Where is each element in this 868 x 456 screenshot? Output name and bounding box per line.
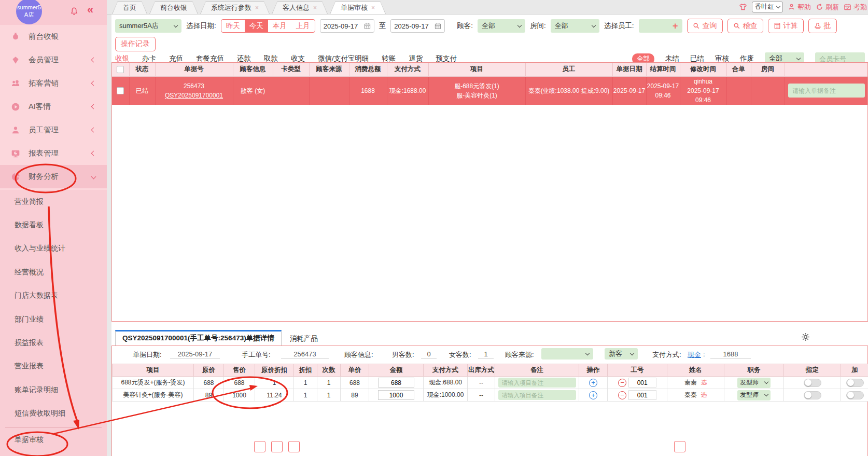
manual-no-label: 手工单号: <box>242 350 271 360</box>
calendar-icon[interactable] <box>435 23 441 30</box>
quick-this-month[interactable]: 本月 <box>268 20 291 32</box>
tab-order-detail[interactable]: QSY2025091700001(手工单号:256473)单据详情 <box>115 330 282 346</box>
close-icon[interactable]: × <box>255 5 259 11</box>
remove-employee-icon[interactable]: − <box>618 391 626 399</box>
calculate-button[interactable]: 计算 <box>768 19 804 33</box>
date-to-value[interactable] <box>394 22 431 30</box>
customer-source-select[interactable] <box>541 348 593 360</box>
guest-type-select[interactable]: 新客 <box>605 348 638 360</box>
submenu-data-board[interactable]: 数据看板 <box>0 213 107 237</box>
assigned-toggle[interactable] <box>804 391 821 399</box>
sidebar-item-members[interactable]: 会员管理 <box>0 48 107 72</box>
submenu-department-performance[interactable]: 部门业绩 <box>0 308 107 331</box>
orders-table-container: 状态 单据号 顾客信息 卡类型 顾客来源 消费总额 支付方式 项目 员工 单据日… <box>111 62 868 322</box>
theme-shirt-icon[interactable] <box>739 3 747 11</box>
item-amount-input[interactable] <box>378 390 414 400</box>
add-row-icon[interactable]: + <box>589 379 597 387</box>
bottom-action-button[interactable] <box>674 441 685 452</box>
submenu-order-audit[interactable]: 单据审核 <box>0 428 107 451</box>
tab-home[interactable]: 首页 <box>112 1 147 14</box>
assigned-toggle[interactable] <box>804 379 821 387</box>
item-name: 美容针灸+(服务-美容) <box>113 389 194 402</box>
chevron-down-icon <box>592 23 596 27</box>
remove-employee-icon[interactable]: − <box>618 379 626 387</box>
query-button[interactable]: 查询 <box>687 19 723 33</box>
moneybag-icon <box>11 32 20 42</box>
refresh-button[interactable]: 刷新 <box>816 3 839 12</box>
sidebar-item-finance-analysis[interactable]: 财务分析 <box>0 165 107 188</box>
batch-button[interactable]: 批 <box>808 19 837 33</box>
store-avatar[interactable]: summer5A店 <box>16 0 42 24</box>
customer-select[interactable]: 全部 <box>478 19 525 33</box>
operation-record-button[interactable]: 操作记录 <box>115 37 156 51</box>
tab-order-audit[interactable]: 单据审核× <box>330 1 386 14</box>
sidebar-item-staff[interactable]: 员工管理 <box>0 118 107 142</box>
submenu-business-report[interactable]: 营业报表 <box>0 355 107 378</box>
extra-toggle[interactable] <box>846 391 864 399</box>
add-employee-icon[interactable]: + <box>673 21 678 32</box>
store-select[interactable]: summer5A店 <box>115 19 181 33</box>
item-amount-input[interactable] <box>378 378 414 388</box>
select-all-checkbox[interactable] <box>117 66 124 73</box>
pay-method-link[interactable]: 现金 <box>688 350 701 360</box>
chevron-down-icon <box>764 380 768 384</box>
sidebar-collapse-icon[interactable]: « <box>87 3 92 17</box>
row-checkbox[interactable] <box>117 87 124 94</box>
attendance-button[interactable]: 考勤 <box>844 3 867 12</box>
submenu-income-performance[interactable]: 收入与业绩统计 <box>0 237 107 260</box>
bottom-action-button[interactable] <box>288 441 300 452</box>
item-payment: 现金:1000.00 <box>424 389 468 402</box>
order-row-selected[interactable]: 已结 256473QSY2025091700001 散客 (女) 1688 现金… <box>112 76 868 105</box>
table-settings-gear-icon[interactable] <box>801 333 810 343</box>
bottom-action-button[interactable] <box>271 441 283 452</box>
tab-guest-info[interactable]: 客人信息× <box>272 1 328 14</box>
add-row-icon[interactable]: + <box>589 391 597 399</box>
inspect-button[interactable]: 稽查 <box>727 19 763 33</box>
date-to-input[interactable] <box>390 19 445 33</box>
pick-employee-link[interactable]: 选 <box>701 379 707 385</box>
sidebar-item-ai-service[interactable]: AI客情 <box>0 95 107 118</box>
room-select[interactable]: 全部 <box>551 19 599 33</box>
theme-select[interactable]: 香叶红 <box>752 2 783 12</box>
quick-today[interactable]: 今天 <box>245 20 268 32</box>
submenu-store-bigdata[interactable]: 门店大数据表 <box>0 284 107 308</box>
item-remark-input[interactable] <box>498 378 576 388</box>
chevron-down-icon <box>517 23 522 27</box>
quick-last-month[interactable]: 上月 <box>291 20 315 32</box>
item-remark-input[interactable] <box>498 390 576 400</box>
search-icon <box>693 22 700 30</box>
date-from-input[interactable] <box>320 19 374 33</box>
close-icon[interactable]: × <box>371 5 375 11</box>
role-select[interactable]: 发型师 <box>737 390 771 400</box>
order-remark-input[interactable] <box>788 84 865 98</box>
quick-yesterday[interactable]: 昨天 <box>221 20 245 32</box>
help-button[interactable]: 帮助 <box>788 3 811 12</box>
calendar-icon[interactable] <box>364 23 371 30</box>
submenu-business-brief[interactable]: 营业简报 <box>0 190 107 213</box>
sidebar-item-marketing[interactable]: 拓客营销 <box>0 72 107 95</box>
order-code-link[interactable]: QSY2025091700001 <box>165 92 223 99</box>
tab-system-params[interactable]: 系统运行参数× <box>200 1 270 14</box>
detail-panel-tabs: QSY2025091700001(手工单号:256473)单据详情 消耗产品 <box>115 330 323 346</box>
role-select[interactable]: 发型师 <box>737 378 771 388</box>
date-from-value[interactable] <box>324 22 361 30</box>
notification-bell-icon[interactable] <box>69 7 79 18</box>
employee-no-input[interactable] <box>628 378 656 388</box>
tab-front-cashier[interactable]: 前台收银 <box>149 1 198 14</box>
tab-consumed-products[interactable]: 消耗产品 <box>282 332 323 346</box>
sidebar-item-reports[interactable]: 报表管理 <box>0 142 107 165</box>
item-times: 1 <box>317 377 341 389</box>
submenu-operation-overview[interactable]: 经营概况 <box>0 260 107 284</box>
pick-employee-link[interactable]: 选 <box>701 392 707 398</box>
bottom-action-button[interactable] <box>254 441 265 452</box>
detail-item-row: 美容针灸+(服务-美容) 89 1000 11.24 1 1 89 现金:100… <box>113 389 868 402</box>
employee-select[interactable]: + <box>639 19 682 33</box>
sidebar-item-cashier[interactable]: 前台收银 <box>0 25 107 48</box>
submenu-profit-loss[interactable]: 损益报表 <box>0 331 107 354</box>
employee-no-input[interactable] <box>628 390 656 400</box>
submenu-sms-fee[interactable]: 短信费收取明细 <box>0 402 107 425</box>
close-icon[interactable]: × <box>313 5 317 11</box>
submenu-bill-records[interactable]: 账单记录明细 <box>0 378 107 402</box>
item-orig-discount: 11.24 <box>255 389 294 402</box>
extra-toggle[interactable] <box>846 379 864 387</box>
